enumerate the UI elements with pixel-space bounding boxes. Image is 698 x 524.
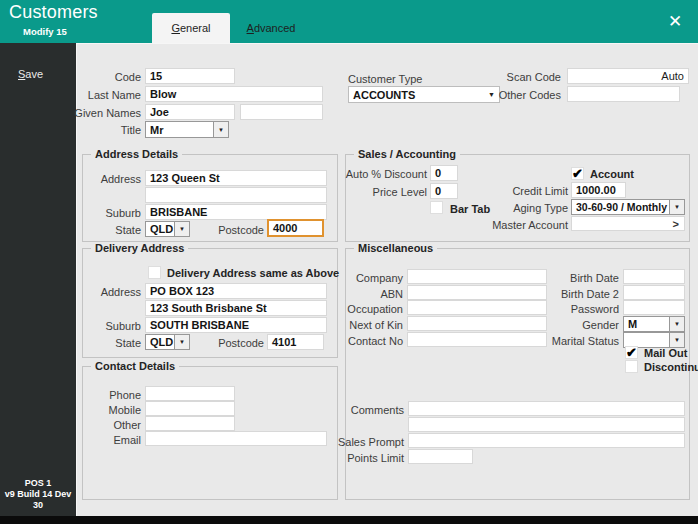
chevron-down-icon: ▼ [669,333,684,347]
account-checkbox[interactable]: ✔ [571,167,584,180]
tab-advanced[interactable]: Advanced [232,13,310,43]
mobile-field[interactable] [145,401,235,416]
comments-line2-field[interactable] [408,417,685,432]
price-level-field[interactable]: 0 [430,183,458,199]
mobile-label: Mobile [60,404,141,416]
gender-select[interactable]: M ▼ [623,316,685,332]
given-names-2-field[interactable] [240,104,323,120]
account-label: Account [590,168,634,180]
auto-discount-label: Auto % Discount [330,168,427,180]
address-label: Address [60,173,141,185]
price-level-label: Price Level [330,186,427,198]
other-codes-field[interactable] [567,86,680,102]
delivery-state-select[interactable]: QLD ▼ [145,334,190,350]
occupation-label: Occupation [280,303,403,315]
postcode-field-focused[interactable]: 4000 [267,219,324,237]
address-details-legend: Address Details [91,148,182,160]
delivery-address-label: Address [60,286,141,298]
postcode-label: Postcode [200,224,264,236]
next-of-kin-label: Next of Kin [280,319,403,331]
lookup-arrow-icon: > [673,218,679,230]
miscellaneous-legend: Miscellaneous [354,242,437,254]
company-label: Company [280,272,403,284]
sales-prompt-field[interactable] [408,433,685,448]
state-select[interactable]: QLD ▼ [145,221,190,237]
mail-out-checkbox[interactable]: ✔ [625,346,638,359]
sales-accounting-legend: Sales / Accounting [354,148,460,160]
master-account-field[interactable]: > [571,216,685,231]
close-button[interactable]: ✕ [664,10,686,32]
title-select[interactable]: Mr ▼ [145,121,229,138]
delivery-same-as-above-checkbox[interactable] [148,266,161,279]
given-names-label: Given Names [40,107,141,119]
last-name-label: Last Name [40,89,141,101]
page-subtitle: Modify 15 [23,26,67,37]
suburb-label: Suburb [60,207,141,219]
chevron-down-icon: ▼ [174,222,189,236]
customer-type-label: Customer Type [348,73,422,85]
scan-code-label: Scan Code [450,71,561,83]
delivery-suburb-label: Suburb [60,320,141,332]
state-label: State [60,224,141,236]
contact-no-label: Contact No [280,335,403,347]
aging-type-label: Aging Type [460,202,568,214]
page-title: Customers [9,2,98,23]
auto-discount-field[interactable]: 0 [430,165,458,181]
marital-status-label: Marital Status [490,335,619,347]
address-line2-field[interactable] [145,187,327,203]
abn-label: ABN [280,288,403,300]
chevron-down-icon: ▼ [669,317,684,331]
delivery-postcode-label: Postcode [200,337,264,349]
title-bar: Customers Modify 15 General Advanced ✕ [0,0,698,43]
close-icon: ✕ [668,11,682,32]
chevron-down-icon: ▼ [213,122,228,137]
tab-general[interactable]: General [152,13,230,43]
other-codes-label: Other Codes [450,89,561,101]
gender-label: Gender [490,319,619,331]
other-label: Other [60,419,141,431]
other-field[interactable] [145,416,235,431]
customers-window: Customers Modify 15 General Advanced ✕ S… [0,0,698,524]
delivery-state-label: State [60,337,141,349]
password-field[interactable] [623,300,685,315]
email-label: Email [60,434,141,446]
pos-version-info: POS 1 v9 Build 14 Dev 30 [0,478,76,511]
code-label: Code [40,71,141,83]
pos-terminal: POS 1 [0,478,76,489]
chevron-down-icon: ▼ [669,200,684,214]
suburb-field[interactable]: BRISBANE [145,204,327,220]
delivery-address-legend: Delivery Address [91,242,188,254]
given-names-field[interactable]: Joe [145,104,235,120]
mail-out-label: Mail Out [644,347,687,359]
contact-details-legend: Contact Details [91,360,179,372]
phone-field[interactable] [145,386,235,401]
scan-code-field[interactable]: Auto [567,68,689,84]
birth-date-2-field[interactable] [623,285,685,300]
aging-type-select[interactable]: 30-60-90 / Monthly ▼ [571,199,685,215]
points-limit-field[interactable] [408,449,473,464]
address-line1-field[interactable]: 123 Queen St [145,170,327,186]
master-account-label: Master Account [460,219,568,231]
email-field[interactable] [145,431,327,446]
birth-date-2-label: Birth Date 2 [490,288,619,300]
window-bottom-edge [0,516,698,524]
chevron-down-icon: ▼ [174,335,189,349]
birth-date-label: Birth Date [490,272,619,284]
discontinue-label: Discontinue [644,361,698,373]
comments-line1-field[interactable] [408,401,685,416]
birth-date-field[interactable] [623,269,685,284]
credit-limit-field[interactable]: 1000.00 [571,182,626,198]
phone-label: Phone [60,389,141,401]
title-label: Title [40,124,141,136]
scan-code-auto-hint: Auto [661,70,684,82]
password-label: Password [490,303,619,315]
bar-tab-checkbox[interactable] [430,201,443,214]
code-field[interactable]: 15 [145,68,235,84]
credit-limit-label: Credit Limit [460,185,568,197]
pos-build: v9 Build 14 Dev 30 [0,489,76,511]
discontinue-checkbox[interactable] [625,360,638,373]
last-name-field[interactable]: Blow [145,86,323,102]
